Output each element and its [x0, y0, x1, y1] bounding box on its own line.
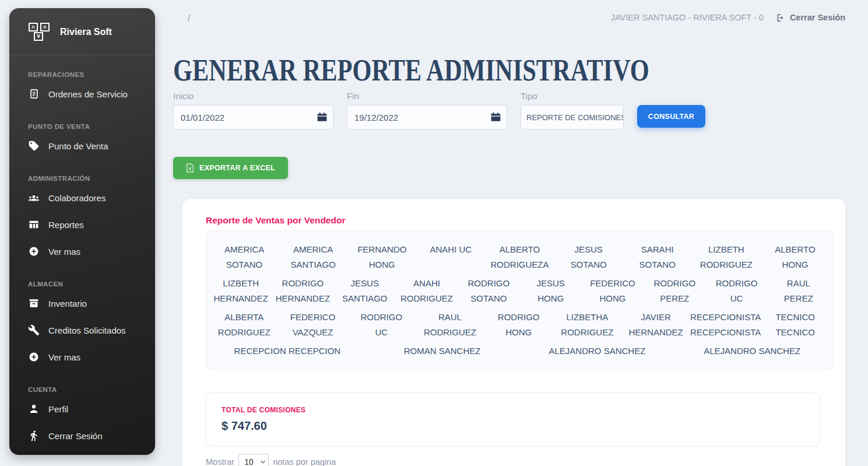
vendor-name: RODRIGO HONG: [484, 310, 553, 340]
sidebar-item-inventario[interactable]: Inventario: [9, 290, 155, 317]
vendor-name: ALBERTA RODRIGUEZ: [210, 310, 279, 340]
vendor-name: ANAHI UC: [416, 242, 485, 272]
vendor-name: JAVIER HERNANDEZ: [621, 310, 690, 340]
section-label-cuenta: CUENTA: [9, 386, 155, 393]
section-label-reparaciones: REPARACIONES: [9, 71, 155, 78]
vendor-name: ROMAN SANCHEZ: [365, 344, 520, 359]
tipo-label: Tipo: [521, 91, 624, 101]
topbar: / JAVIER SANTIAGO - RIVIERA SOFT - 0 Cer…: [173, 0, 845, 35]
total-comisiones-value: $ 747.60: [222, 419, 804, 433]
people-group-icon: [28, 192, 40, 204]
sidebar-item-label: Ordenes de Servicio: [48, 89, 128, 99]
fin-date-input[interactable]: [347, 105, 507, 129]
fin-label: Fin: [347, 91, 507, 101]
plus-circle-icon: [28, 351, 40, 363]
vendor-name: FERNANDO HONG: [347, 242, 416, 272]
pagination-prefix-label: Mostrar: [206, 457, 234, 466]
vendor-name: ALBERTO RODRIGUEZA: [485, 242, 554, 272]
inicio-date-input[interactable]: [173, 105, 333, 129]
vendor-name: RODRIGO SOTANO: [458, 276, 519, 306]
breadcrumb: /: [173, 13, 190, 23]
vendor-name: JESUS HONG: [519, 276, 581, 306]
pagination-suffix-label: notas por pagina: [273, 457, 336, 466]
vendor-name: AMERICA SOTANO: [210, 242, 279, 272]
sidebar-item-ver-mas-administracion[interactable]: Ver mas: [9, 238, 155, 265]
page-title: GENERAR REPORTE ADMINISTRATIVO: [173, 52, 649, 87]
vendor-name: ALEJANDRO SANCHEZ: [520, 344, 675, 359]
vendor-name: TECNICO TECNICO: [761, 310, 830, 340]
vendor-name: RAUL RODRIGUEZ: [416, 310, 484, 340]
vendor-name: ALEJANDRO SANCHEZ: [674, 344, 830, 359]
wrench-icon: [28, 324, 40, 336]
sidebar-item-reportes[interactable]: Reportes: [9, 211, 155, 238]
export-excel-label: EXPORTAR A EXCEL: [199, 164, 275, 172]
inicio-field-group: Inicio: [173, 91, 333, 129]
riviera-soft-logo-icon: ^ ^ v: [28, 21, 51, 43]
run-exit-icon: [28, 430, 40, 442]
vendor-name: SARAHI SOTANO: [623, 242, 692, 272]
price-tag-icon: [28, 140, 40, 152]
vendor-name: RODRIGO HERNANDEZ: [272, 276, 333, 306]
sidebar-item-label: Perfil: [48, 404, 68, 414]
sidebar-item-creditos-solicitados[interactable]: Creditos Solicitados: [9, 317, 155, 344]
sidebar-item-label: Ver mas: [48, 352, 80, 362]
tipo-selected-value: REPORTE DE COMISIONES: [526, 113, 624, 122]
vendor-name: RODRIGO UC: [347, 310, 416, 340]
sidebar-item-perfil[interactable]: Perfil: [9, 395, 155, 422]
section-label-administracion: ADMINISTRACIÓN: [9, 175, 155, 182]
inventory-box-icon: [28, 297, 40, 309]
inicio-label: Inicio: [173, 91, 333, 101]
excel-file-icon: [186, 163, 194, 173]
report-title: Reporte de Ventas por Vendedor: [206, 215, 834, 226]
vendor-name: LIZBETHA RODRIGUEZ: [553, 310, 622, 340]
vendor-name: RECEPCION RECEPCION: [210, 344, 365, 359]
tipo-select[interactable]: REPORTE DE COMISIONES: [521, 105, 624, 129]
pagination-controls: Mostrar 10 notas por pagina: [206, 454, 834, 466]
logout-button[interactable]: Cerrar Sesión: [775, 13, 845, 23]
section-label-almacen: ALMACEN: [9, 281, 155, 288]
current-user-label: JAVIER SANTIAGO - RIVIERA SOFT - 0: [611, 13, 764, 22]
vendor-name: RODRIGO PEREZ: [644, 276, 705, 306]
vendor-name: JESUS SANTIAGO: [334, 276, 396, 306]
sidebar-item-label: Creditos Solicitados: [48, 325, 126, 335]
sidebar-item-ordenes-de-servicio[interactable]: Ordenes de Servicio: [9, 80, 155, 107]
vendor-name: RODRIGO UC: [705, 276, 767, 306]
report-card: Reporte de Ventas por Vendedor AMERICA S…: [182, 199, 845, 466]
vendor-name: FEDERICO HONG: [582, 276, 644, 306]
logout-label: Cerrar Sesión: [790, 13, 845, 22]
table-icon: [28, 219, 40, 230]
page-size-select[interactable]: 10: [238, 454, 269, 466]
sidebar-item-cerrar-sesion[interactable]: Cerrar Sesión: [9, 422, 155, 449]
sidebar-item-label: Inventario: [48, 299, 87, 309]
sidebar-item-punto-de-venta[interactable]: Punto de Venta: [9, 132, 155, 159]
filters-form: Inicio Fin Tipo REPORTE DE COMISIONES CO…: [173, 91, 705, 129]
vendor-row: RECEPCION RECEPCION ROMAN SANCHEZ ALEJAN…: [210, 344, 830, 359]
vendor-name: FEDERICO VAZQUEZ: [279, 310, 347, 340]
tipo-field-group: Tipo REPORTE DE COMISIONES: [521, 91, 624, 129]
sidebar-item-colaboradores[interactable]: Colaboradores: [9, 184, 155, 211]
export-excel-button[interactable]: EXPORTAR A EXCEL: [173, 157, 288, 179]
vendor-name: RAUL PEREZ: [768, 276, 830, 306]
brand-name: Riviera Soft: [60, 27, 112, 37]
service-orders-book-icon: [28, 88, 40, 100]
sidebar-item-label: Colaboradores: [48, 193, 106, 203]
vendor-row: ALBERTA RODRIGUEZ FEDERICO VAZQUEZ RODRI…: [210, 310, 830, 340]
sidebar-item-label: Reportes: [48, 220, 84, 230]
vendor-name: ALBERTO HONG: [761, 242, 830, 272]
sidebar: ^ ^ v Riviera Soft REPARACIONES Ordenes …: [9, 8, 155, 455]
vendor-name: AMERICA SANTIAGO: [279, 242, 347, 272]
sidebar-item-label: Ver mas: [48, 247, 80, 257]
sidebar-item-label: Punto de Venta: [48, 141, 108, 151]
vendor-name: ANAHI RODRIGUEZ: [396, 276, 458, 306]
plus-circle-icon: [28, 246, 40, 257]
vendor-name: JESUS SOTANO: [554, 242, 623, 272]
vendor-name: RECEPCIONISTA RECEPCIONISTA: [690, 310, 761, 340]
fin-field-group: Fin: [347, 91, 507, 129]
vendor-grid: AMERICA SOTANO AMERICA SANTIAGO FERNANDO…: [206, 230, 834, 370]
brand[interactable]: ^ ^ v Riviera Soft: [9, 8, 155, 55]
section-label-punto-de-venta: PUNTO DE VENTA: [9, 123, 155, 130]
person-icon: [28, 403, 40, 415]
vendor-row: LIZBETH HERNANDEZ RODRIGO HERNANDEZ JESU…: [210, 276, 830, 306]
consultar-button[interactable]: CONSULTAR: [637, 105, 705, 128]
sidebar-item-ver-mas-almacen[interactable]: Ver mas: [9, 344, 155, 370]
